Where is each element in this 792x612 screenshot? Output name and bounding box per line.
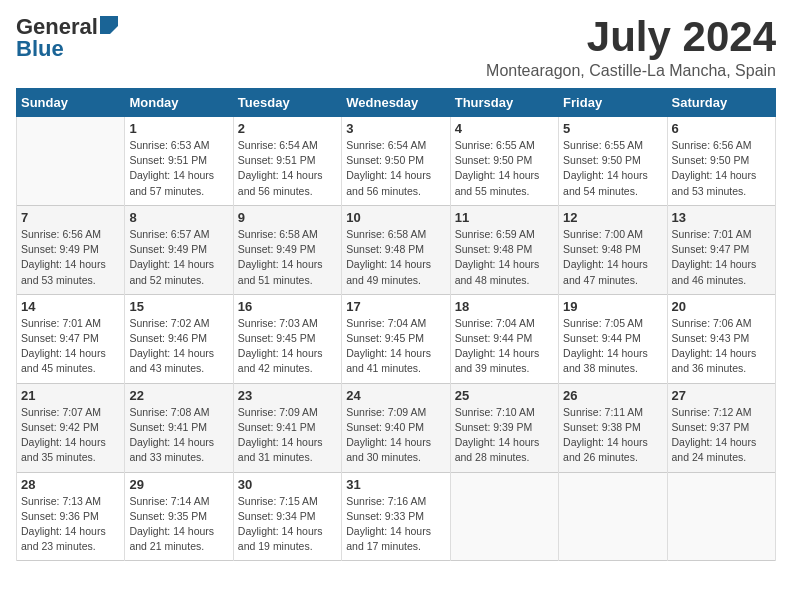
day-detail: Sunrise: 6:54 AMSunset: 9:51 PMDaylight:… <box>238 138 337 199</box>
calendar-body: 1Sunrise: 6:53 AMSunset: 9:51 PMDaylight… <box>17 117 776 561</box>
calendar-cell: 7Sunrise: 6:56 AMSunset: 9:49 PMDaylight… <box>17 205 125 294</box>
calendar-cell: 20Sunrise: 7:06 AMSunset: 9:43 PMDayligh… <box>667 294 775 383</box>
day-number: 1 <box>129 121 228 136</box>
calendar-cell <box>559 472 667 561</box>
calendar-week-row: 21Sunrise: 7:07 AMSunset: 9:42 PMDayligh… <box>17 383 776 472</box>
calendar-cell: 14Sunrise: 7:01 AMSunset: 9:47 PMDayligh… <box>17 294 125 383</box>
day-detail: Sunrise: 7:12 AMSunset: 9:37 PMDaylight:… <box>672 405 771 466</box>
day-detail: Sunrise: 7:15 AMSunset: 9:34 PMDaylight:… <box>238 494 337 555</box>
title-area: July 2024 Montearagon, Castille-La Manch… <box>486 16 776 80</box>
day-detail: Sunrise: 6:53 AMSunset: 9:51 PMDaylight:… <box>129 138 228 199</box>
logo: General Blue <box>16 16 118 60</box>
calendar-cell: 28Sunrise: 7:13 AMSunset: 9:36 PMDayligh… <box>17 472 125 561</box>
calendar-cell: 5Sunrise: 6:55 AMSunset: 9:50 PMDaylight… <box>559 117 667 206</box>
logo-triangle-icon <box>100 16 118 34</box>
calendar-cell: 22Sunrise: 7:08 AMSunset: 9:41 PMDayligh… <box>125 383 233 472</box>
day-number: 13 <box>672 210 771 225</box>
day-number: 8 <box>129 210 228 225</box>
day-detail: Sunrise: 6:58 AMSunset: 9:48 PMDaylight:… <box>346 227 445 288</box>
month-title: July 2024 <box>486 16 776 58</box>
day-detail: Sunrise: 7:03 AMSunset: 9:45 PMDaylight:… <box>238 316 337 377</box>
day-detail: Sunrise: 7:10 AMSunset: 9:39 PMDaylight:… <box>455 405 554 466</box>
day-detail: Sunrise: 7:01 AMSunset: 9:47 PMDaylight:… <box>21 316 120 377</box>
day-number: 24 <box>346 388 445 403</box>
day-number: 29 <box>129 477 228 492</box>
day-number: 4 <box>455 121 554 136</box>
location-title: Montearagon, Castille-La Mancha, Spain <box>486 62 776 80</box>
calendar-cell: 11Sunrise: 6:59 AMSunset: 9:48 PMDayligh… <box>450 205 558 294</box>
day-detail: Sunrise: 7:04 AMSunset: 9:44 PMDaylight:… <box>455 316 554 377</box>
day-detail: Sunrise: 6:56 AMSunset: 9:50 PMDaylight:… <box>672 138 771 199</box>
day-detail: Sunrise: 7:05 AMSunset: 9:44 PMDaylight:… <box>563 316 662 377</box>
calendar-week-row: 1Sunrise: 6:53 AMSunset: 9:51 PMDaylight… <box>17 117 776 206</box>
logo-general-text: General <box>16 16 98 38</box>
svg-marker-0 <box>100 16 118 34</box>
day-number: 7 <box>21 210 120 225</box>
day-detail: Sunrise: 6:59 AMSunset: 9:48 PMDaylight:… <box>455 227 554 288</box>
calendar-cell: 8Sunrise: 6:57 AMSunset: 9:49 PMDaylight… <box>125 205 233 294</box>
day-number: 18 <box>455 299 554 314</box>
weekday-header-cell: Monday <box>125 89 233 117</box>
calendar-cell: 19Sunrise: 7:05 AMSunset: 9:44 PMDayligh… <box>559 294 667 383</box>
day-number: 12 <box>563 210 662 225</box>
weekday-header-cell: Saturday <box>667 89 775 117</box>
calendar-cell: 31Sunrise: 7:16 AMSunset: 9:33 PMDayligh… <box>342 472 450 561</box>
day-detail: Sunrise: 7:16 AMSunset: 9:33 PMDaylight:… <box>346 494 445 555</box>
day-number: 17 <box>346 299 445 314</box>
calendar-cell: 21Sunrise: 7:07 AMSunset: 9:42 PMDayligh… <box>17 383 125 472</box>
day-detail: Sunrise: 6:56 AMSunset: 9:49 PMDaylight:… <box>21 227 120 288</box>
day-number: 31 <box>346 477 445 492</box>
calendar-cell: 25Sunrise: 7:10 AMSunset: 9:39 PMDayligh… <box>450 383 558 472</box>
weekday-header-cell: Tuesday <box>233 89 341 117</box>
calendar-cell: 16Sunrise: 7:03 AMSunset: 9:45 PMDayligh… <box>233 294 341 383</box>
day-detail: Sunrise: 7:09 AMSunset: 9:40 PMDaylight:… <box>346 405 445 466</box>
calendar-cell: 2Sunrise: 6:54 AMSunset: 9:51 PMDaylight… <box>233 117 341 206</box>
logo-blue-text: Blue <box>16 38 64 60</box>
day-number: 5 <box>563 121 662 136</box>
calendar-table: SundayMondayTuesdayWednesdayThursdayFrid… <box>16 88 776 561</box>
weekday-header-cell: Wednesday <box>342 89 450 117</box>
day-detail: Sunrise: 7:09 AMSunset: 9:41 PMDaylight:… <box>238 405 337 466</box>
weekday-header-row: SundayMondayTuesdayWednesdayThursdayFrid… <box>17 89 776 117</box>
day-detail: Sunrise: 7:01 AMSunset: 9:47 PMDaylight:… <box>672 227 771 288</box>
calendar-cell: 3Sunrise: 6:54 AMSunset: 9:50 PMDaylight… <box>342 117 450 206</box>
calendar-cell: 30Sunrise: 7:15 AMSunset: 9:34 PMDayligh… <box>233 472 341 561</box>
calendar-cell: 15Sunrise: 7:02 AMSunset: 9:46 PMDayligh… <box>125 294 233 383</box>
day-number: 27 <box>672 388 771 403</box>
calendar-cell: 4Sunrise: 6:55 AMSunset: 9:50 PMDaylight… <box>450 117 558 206</box>
day-number: 25 <box>455 388 554 403</box>
day-detail: Sunrise: 7:02 AMSunset: 9:46 PMDaylight:… <box>129 316 228 377</box>
day-detail: Sunrise: 6:54 AMSunset: 9:50 PMDaylight:… <box>346 138 445 199</box>
calendar-cell: 10Sunrise: 6:58 AMSunset: 9:48 PMDayligh… <box>342 205 450 294</box>
header: General Blue July 2024 Montearagon, Cast… <box>16 16 776 80</box>
day-detail: Sunrise: 7:13 AMSunset: 9:36 PMDaylight:… <box>21 494 120 555</box>
day-detail: Sunrise: 7:07 AMSunset: 9:42 PMDaylight:… <box>21 405 120 466</box>
day-number: 16 <box>238 299 337 314</box>
calendar-cell <box>667 472 775 561</box>
day-detail: Sunrise: 7:14 AMSunset: 9:35 PMDaylight:… <box>129 494 228 555</box>
day-detail: Sunrise: 7:06 AMSunset: 9:43 PMDaylight:… <box>672 316 771 377</box>
calendar-cell: 12Sunrise: 7:00 AMSunset: 9:48 PMDayligh… <box>559 205 667 294</box>
day-number: 22 <box>129 388 228 403</box>
weekday-header-cell: Friday <box>559 89 667 117</box>
calendar-cell: 6Sunrise: 6:56 AMSunset: 9:50 PMDaylight… <box>667 117 775 206</box>
calendar-cell: 26Sunrise: 7:11 AMSunset: 9:38 PMDayligh… <box>559 383 667 472</box>
day-number: 9 <box>238 210 337 225</box>
calendar-week-row: 28Sunrise: 7:13 AMSunset: 9:36 PMDayligh… <box>17 472 776 561</box>
day-detail: Sunrise: 7:00 AMSunset: 9:48 PMDaylight:… <box>563 227 662 288</box>
day-detail: Sunrise: 6:55 AMSunset: 9:50 PMDaylight:… <box>455 138 554 199</box>
calendar-week-row: 7Sunrise: 6:56 AMSunset: 9:49 PMDaylight… <box>17 205 776 294</box>
calendar-cell: 13Sunrise: 7:01 AMSunset: 9:47 PMDayligh… <box>667 205 775 294</box>
day-number: 10 <box>346 210 445 225</box>
calendar-cell: 9Sunrise: 6:58 AMSunset: 9:49 PMDaylight… <box>233 205 341 294</box>
day-number: 11 <box>455 210 554 225</box>
weekday-header-cell: Thursday <box>450 89 558 117</box>
calendar-week-row: 14Sunrise: 7:01 AMSunset: 9:47 PMDayligh… <box>17 294 776 383</box>
day-detail: Sunrise: 6:55 AMSunset: 9:50 PMDaylight:… <box>563 138 662 199</box>
calendar-cell <box>17 117 125 206</box>
day-number: 28 <box>21 477 120 492</box>
calendar-cell: 27Sunrise: 7:12 AMSunset: 9:37 PMDayligh… <box>667 383 775 472</box>
calendar-cell: 17Sunrise: 7:04 AMSunset: 9:45 PMDayligh… <box>342 294 450 383</box>
day-number: 14 <box>21 299 120 314</box>
day-detail: Sunrise: 6:58 AMSunset: 9:49 PMDaylight:… <box>238 227 337 288</box>
